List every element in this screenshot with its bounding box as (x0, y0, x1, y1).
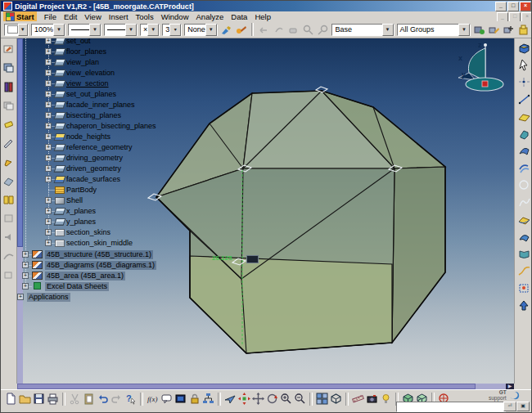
save-icon[interactable] (33, 393, 45, 405)
up-arrow-icon[interactable] (517, 299, 531, 312)
input-expand-button[interactable]: ▣ (516, 402, 530, 411)
tree-item[interactable]: x_planes (66, 207, 96, 216)
menu-data[interactable]: Data (231, 12, 247, 21)
new-window-icon[interactable] (2, 62, 15, 74)
tree-expander[interactable]: + (45, 123, 52, 129)
menu-edit[interactable]: Edit (64, 12, 77, 21)
tree-item[interactable]: driven_geometry (66, 164, 121, 173)
screen-icon[interactable] (174, 393, 187, 405)
curve-icon[interactable] (2, 250, 15, 262)
tree-item[interactable]: facade_inner_planes (66, 101, 135, 110)
groups-dropdown[interactable]: All Groups▼ (397, 24, 471, 36)
new-group-icon[interactable] (517, 24, 530, 36)
tree-expander[interactable]: + (22, 272, 29, 279)
group-add-icon[interactable] (503, 24, 515, 36)
menu-view[interactable]: View (84, 12, 101, 21)
plane-icon[interactable] (517, 110, 531, 123)
section-icon[interactable] (2, 175, 15, 186)
help-icon[interactable]: ? (124, 393, 137, 405)
paste-icon[interactable] (83, 393, 95, 405)
menu-start[interactable]: Start (3, 11, 37, 21)
tree-item-selected[interactable]: view_section (66, 79, 109, 88)
spline-icon[interactable] (517, 196, 531, 209)
viewport-horizontal-scrollbar[interactable]: ▶ (17, 384, 514, 389)
line-weight-dropdown[interactable]: ▼ (104, 24, 138, 36)
fill-surface-icon[interactable] (517, 231, 531, 243)
tree-item[interactable]: PartBody (66, 186, 97, 195)
tree-expander[interactable]: + (45, 218, 52, 225)
tree-item[interactable]: view_elevation (66, 69, 115, 78)
axis-box-icon[interactable] (517, 42, 531, 54)
scrollbar-thumb[interactable] (17, 384, 476, 389)
formula-fx-icon[interactable]: f(x) (147, 393, 159, 405)
search-left-icon[interactable] (302, 24, 314, 36)
menu-insert[interactable]: Insert (109, 12, 128, 21)
catalog-book-icon[interactable] (2, 194, 15, 205)
wizard-brush-icon[interactable] (235, 24, 247, 36)
point-symbol-dropdown[interactable]: ×▼ (140, 24, 160, 36)
light-icon[interactable] (380, 393, 392, 405)
cut-disabled-icon[interactable] (69, 393, 81, 405)
tree-item[interactable]: 45B_structure (45B_structure.1) (45, 250, 153, 259)
transparency-dropdown[interactable]: 100%▼ (31, 24, 65, 36)
tree-item[interactable]: 45B_diagrams (45B_diagrams.1) (45, 261, 156, 270)
tree-expander[interactable]: + (45, 38, 52, 44)
zoom-out-icon[interactable] (294, 393, 306, 405)
camera-icon[interactable] (366, 393, 378, 405)
new-document-icon[interactable] (5, 393, 17, 405)
tree-item[interactable]: view_plan (66, 58, 99, 67)
speaker-icon[interactable] (2, 231, 15, 243)
tree-item[interactable]: 45B_area (45B_area.1) (45, 272, 125, 281)
pen-icon[interactable] (2, 156, 15, 168)
tree-item[interactable]: bisecting_planes (66, 111, 121, 120)
tree-expander[interactable]: + (45, 208, 52, 214)
weight-spinner[interactable]: 3▾ (162, 24, 182, 36)
tree-item[interactable]: Shell (66, 196, 83, 205)
scroll-right-arrow[interactable]: ▶ (506, 384, 514, 389)
chat-icon[interactable] (160, 393, 173, 405)
eraser-icon[interactable] (2, 119, 15, 130)
tree-expander[interactable]: + (45, 48, 52, 55)
minimize-button[interactable]: _ (495, 2, 507, 11)
tree-item[interactable]: section_skins (66, 228, 110, 237)
tree-expander[interactable]: + (45, 240, 52, 246)
tree-item[interactable]: floor_planes (66, 47, 106, 56)
tree-item[interactable]: reference_geometry (66, 143, 133, 152)
join-icon[interactable] (517, 282, 531, 294)
tree-expander[interactable]: + (45, 155, 52, 161)
line-type-dropdown[interactable]: ▼ (68, 24, 101, 36)
open-folder-icon[interactable] (19, 393, 31, 405)
tree-vertical-scrollbar[interactable] (17, 38, 23, 384)
lock-icon[interactable] (188, 393, 201, 405)
fit-all-icon[interactable] (238, 393, 250, 405)
tree-expander[interactable]: + (22, 283, 29, 290)
offset-surface-icon[interactable] (517, 162, 531, 174)
tree-item[interactable]: Excel Data Sheets (45, 282, 109, 291)
menu-help[interactable]: Help (255, 12, 271, 21)
sweep-icon[interactable] (517, 213, 531, 226)
pan-icon[interactable] (252, 393, 264, 405)
tree-expander[interactable]: + (45, 165, 52, 172)
loft-icon[interactable] (517, 248, 531, 260)
select-cursor-icon[interactable] (517, 59, 531, 71)
scrollbar-thumb[interactable] (17, 38, 23, 247)
tree-expander[interactable]: + (45, 197, 52, 204)
tree-item[interactable]: chaperon_bisecting_planes (66, 122, 156, 131)
close-button[interactable]: × (520, 2, 531, 11)
group-edit-icon[interactable] (473, 24, 485, 36)
workbench-dropdown[interactable]: Base▼ (331, 24, 394, 36)
menu-file[interactable]: File (44, 12, 56, 21)
box-icon[interactable] (2, 269, 15, 281)
tree-item[interactable]: section_skin_middle (66, 239, 133, 248)
search-right-icon[interactable] (317, 24, 329, 36)
blend-icon[interactable] (517, 265, 531, 277)
fly-icon[interactable] (224, 393, 237, 405)
fill-color-dropdown[interactable]: ▼ (4, 24, 29, 36)
render-style-dropdown[interactable]: None▼ (184, 24, 218, 36)
paint-icon[interactable] (2, 43, 15, 55)
rotate-icon[interactable] (266, 393, 278, 405)
erase-disabled-icon[interactable] (287, 24, 300, 36)
undo-icon[interactable] (97, 393, 109, 405)
multi-view-icon[interactable] (316, 393, 328, 405)
point-icon[interactable] (517, 76, 531, 88)
